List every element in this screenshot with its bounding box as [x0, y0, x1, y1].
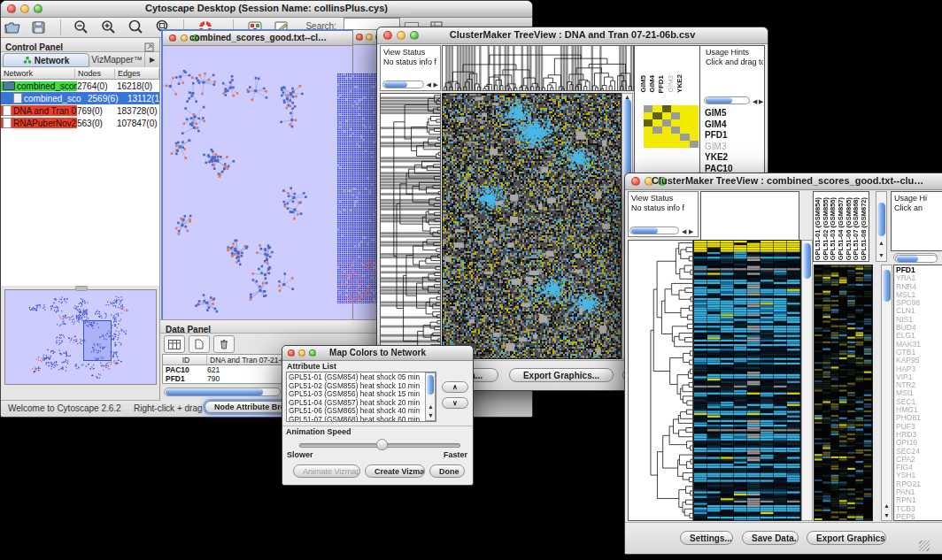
similarity-cell[interactable]	[680, 134, 689, 141]
gene-label[interactable]: PUF3	[896, 423, 942, 431]
gene-label[interactable]: GIM5	[705, 108, 763, 119]
similarity-cell[interactable]	[662, 112, 671, 119]
gene-label[interactable]: MAK31	[896, 341, 942, 349]
scroll-left-icon[interactable]: ◀	[427, 81, 431, 88]
settings-button[interactable]: Settings...	[680, 531, 733, 545]
attribute-listbox[interactable]: GPL51-01 (GSM854) heat shock 05 minGPL51…	[286, 372, 436, 422]
usage-hints-hscrollbar[interactable]	[704, 96, 750, 104]
gene-label[interactable]: SEC1	[896, 398, 942, 406]
scroll-up-icon[interactable]: ▲	[624, 93, 630, 101]
similarity-cell[interactable]	[671, 112, 680, 119]
overview-canvas[interactable]	[5, 290, 154, 382]
similarity-cell[interactable]	[644, 141, 652, 148]
similarity-cell[interactable]	[644, 105, 652, 112]
similarity-cell[interactable]	[652, 112, 661, 119]
scroll-down-icon[interactable]: ▼	[428, 411, 434, 419]
gene-label[interactable]: RPN1	[896, 496, 942, 504]
similarity-cell[interactable]	[652, 105, 661, 112]
similarity-cell[interactable]	[652, 119, 661, 127]
tab-vizmapper[interactable]: VizMapper™	[89, 52, 144, 67]
similarity-cell[interactable]	[652, 141, 661, 148]
network-canvas[interactable]	[163, 46, 351, 318]
view-status-hscrollbar[interactable]	[629, 226, 679, 234]
network-overview-panel[interactable]	[4, 289, 157, 385]
gene-label[interactable]: SEC24	[896, 448, 942, 456]
gene-label[interactable]: PAN1	[896, 488, 942, 496]
gene-label[interactable]: SPC98	[896, 299, 942, 307]
close-button[interactable]	[356, 34, 363, 41]
similarity-cell[interactable]	[662, 134, 671, 141]
gene-label[interactable]: BUD4	[896, 324, 942, 332]
secondary-heatmap[interactable]	[814, 265, 873, 521]
export-graphics-button[interactable]: Export Graphics...	[509, 368, 614, 382]
open-folder-icon[interactable]	[3, 19, 22, 36]
move-up-button[interactable]: ∧	[442, 381, 468, 393]
row-dendrogram[interactable]	[628, 240, 693, 521]
similarity-cell[interactable]	[671, 127, 680, 134]
gene-label[interactable]: PHO81	[896, 414, 942, 422]
network-list-row[interactable]: combined_scores 2764(0) 16218(0)	[1, 80, 159, 92]
gene-label[interactable]: GIM5	[639, 75, 647, 93]
float-panel-icon[interactable]	[144, 40, 154, 56]
resize-grip[interactable]	[919, 541, 930, 551]
zoom-fit-icon[interactable]	[126, 19, 145, 36]
similarity-cell[interactable]	[662, 119, 671, 127]
gene-label[interactable]: GPI16	[896, 439, 942, 447]
column-dendrogram[interactable]	[442, 45, 634, 91]
delete-attribute-trash-icon[interactable]	[213, 335, 235, 353]
gene-label[interactable]: MSL1	[896, 291, 942, 299]
gene-label[interactable]: PAC10	[684, 71, 685, 93]
export-graphics-button[interactable]: Export Graphics...	[807, 531, 886, 545]
splitter-handle[interactable]	[75, 286, 88, 291]
gene-label[interactable]: PFD1	[896, 266, 942, 274]
similarity-cell[interactable]	[662, 141, 671, 148]
similarity-cell[interactable]	[671, 105, 680, 112]
gene-list-vscrollbar[interactable]: ▲ ▼	[881, 265, 892, 521]
gene-label[interactable]: PFD1	[657, 75, 665, 93]
animate-vizmap-button[interactable]: Animate Vizmap	[293, 464, 360, 478]
array-column-label[interactable]: GPL51-08 (GSM872)	[861, 197, 869, 260]
gene-label[interactable]: FIG4	[896, 464, 942, 472]
similarity-cell[interactable]	[680, 141, 689, 148]
scroll-left-icon[interactable]: ◀	[682, 227, 686, 235]
gene-label[interactable]: KAP95	[896, 357, 942, 364]
node-attribute-browser-button[interactable]: Node Attribute Brows	[205, 401, 293, 413]
scroll-right-icon[interactable]: ▶	[689, 227, 693, 235]
similarity-cell[interactable]	[690, 105, 699, 112]
similarity-cell[interactable]	[690, 134, 699, 141]
gene-label[interactable]: HAP3	[896, 365, 942, 373]
similarity-cell[interactable]	[644, 119, 652, 127]
column-labels-vscrollbar[interactable]: ▲ ▼	[876, 191, 887, 262]
similarity-cell[interactable]	[652, 134, 661, 141]
zoom-in-icon[interactable]	[99, 19, 119, 36]
gene-label[interactable]: PFD1	[705, 130, 763, 142]
gene-label[interactable]: HRD3	[896, 431, 942, 439]
network-list-row[interactable]: DNA and Tran 07 769(0) 183728(0)	[1, 104, 159, 117]
save-icon[interactable]	[29, 19, 49, 36]
gene-label[interactable]: GIM3	[667, 75, 675, 93]
similarity-cell[interactable]	[690, 127, 699, 134]
zoom-out-icon[interactable]	[72, 19, 91, 36]
similarity-cell[interactable]	[644, 112, 652, 119]
main-titlebar[interactable]: Cytoscape Desktop (Session Name: collins…	[1, 1, 532, 18]
network-list-row[interactable]: RNAPuberNov2+ 563(0) 107847(0)	[1, 117, 159, 129]
gene-label[interactable]: CLN1	[896, 307, 942, 315]
gene-label[interactable]: CPA2	[896, 456, 942, 464]
gene-label[interactable]: YSH1	[896, 472, 942, 479]
similarity-cell[interactable]	[671, 141, 680, 148]
gene-label[interactable]: YKE2	[705, 152, 763, 164]
gene-label[interactable]: YKE2	[676, 74, 683, 93]
select-attributes-icon[interactable]	[164, 335, 185, 353]
similarity-cell[interactable]	[680, 112, 689, 119]
create-vizmap-button[interactable]: Create Vizmap	[365, 464, 425, 478]
similarity-matrix[interactable]	[644, 105, 699, 148]
dense-network-cluster[interactable]	[337, 73, 379, 303]
gene-label[interactable]: PEP5	[896, 513, 942, 521]
network-list-row[interactable]: combined_sco 2569(6) 13112(15)	[1, 92, 159, 104]
scroll-down-icon[interactable]: ▼	[878, 251, 884, 259]
network-table-header[interactable]: Network Nodes Edges	[1, 67, 159, 80]
similarity-cell[interactable]	[644, 134, 652, 141]
treeview2-titlebar[interactable]: ClusterMaker TreeView : combined_scores_…	[625, 173, 942, 190]
scroll-up-icon[interactable]: ▲	[878, 239, 884, 247]
scroll-up-icon[interactable]: ▲	[884, 502, 890, 510]
